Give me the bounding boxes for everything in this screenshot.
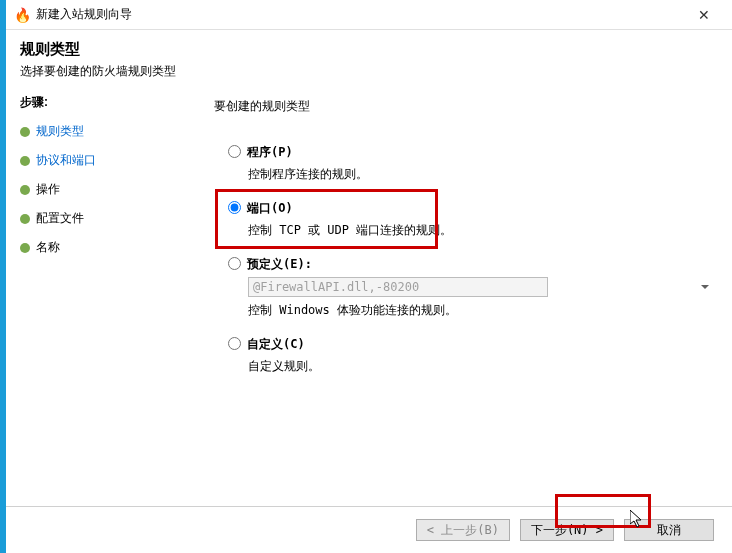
radio-label-port: 端口(O) <box>247 201 293 215</box>
radio-predefined[interactable] <box>228 257 241 270</box>
rule-type-radio-group: 程序(P) 控制程序连接的规则。 端口(O) 控制 TCP 或 UDP 端口连接… <box>228 143 712 375</box>
titlebar: 🔥 新建入站规则向导 ✕ <box>6 0 732 30</box>
wizard-header: 规则类型 选择要创建的防火墙规则类型 <box>6 30 732 86</box>
radio-label-program: 程序(P) <box>247 145 293 159</box>
window-title: 新建入站规则向导 <box>36 6 684 23</box>
chevron-down-icon <box>701 285 709 289</box>
step-label: 操作 <box>36 181 60 198</box>
step-label: 名称 <box>36 239 60 256</box>
wizard-body: 步骤: 规则类型 协议和端口 操作 配置文件 名称 要创 <box>6 86 732 506</box>
desc-port: 控制 TCP 或 UDP 端口连接的规则。 <box>248 221 712 239</box>
wizard-window: 🔥 新建入站规则向导 ✕ 规则类型 选择要创建的防火墙规则类型 步骤: 规则类型… <box>6 0 732 553</box>
step-name[interactable]: 名称 <box>20 233 182 262</box>
page-title: 规则类型 <box>20 40 718 59</box>
step-bullet-icon <box>20 127 30 137</box>
step-bullet-icon <box>20 243 30 253</box>
wizard-content: 要创建的规则类型 程序(P) 控制程序连接的规则。 端口(O) 控制 TCP 或… <box>190 94 732 506</box>
step-profile[interactable]: 配置文件 <box>20 204 182 233</box>
option-predefined: 预定义(E): @FirewallAPI.dll,-80200 控制 Windo… <box>228 255 712 319</box>
radio-label-custom: 自定义(C) <box>247 337 305 351</box>
content-heading: 要创建的规则类型 <box>214 98 712 115</box>
wizard-footer: < 上一步(B) 下一步(N) > 取消 <box>6 506 732 553</box>
wizard-sidebar: 步骤: 规则类型 协议和端口 操作 配置文件 名称 <box>20 94 190 506</box>
desc-custom: 自定义规则。 <box>248 357 712 375</box>
next-button[interactable]: 下一步(N) > <box>520 519 614 541</box>
option-port: 端口(O) 控制 TCP 或 UDP 端口连接的规则。 <box>228 199 712 239</box>
desc-program: 控制程序连接的规则。 <box>248 165 712 183</box>
step-bullet-icon <box>20 156 30 166</box>
close-button[interactable]: ✕ <box>684 3 724 27</box>
cancel-button[interactable]: 取消 <box>624 519 714 541</box>
step-label: 协议和端口 <box>36 152 96 169</box>
step-bullet-icon <box>20 185 30 195</box>
firewall-icon: 🔥 <box>14 7 30 23</box>
radio-port[interactable] <box>228 201 241 214</box>
step-action[interactable]: 操作 <box>20 175 182 204</box>
predefined-dropdown: @FirewallAPI.dll,-80200 <box>248 277 548 297</box>
option-custom: 自定义(C) 自定义规则。 <box>228 335 712 375</box>
option-program: 程序(P) 控制程序连接的规则。 <box>228 143 712 183</box>
steps-label: 步骤: <box>20 94 182 111</box>
radio-custom[interactable] <box>228 337 241 350</box>
page-subtitle: 选择要创建的防火墙规则类型 <box>20 63 718 80</box>
desc-predefined: 控制 Windows 体验功能连接的规则。 <box>248 301 712 319</box>
radio-program[interactable] <box>228 145 241 158</box>
step-rule-type[interactable]: 规则类型 <box>20 117 182 146</box>
back-button: < 上一步(B) <box>416 519 510 541</box>
step-protocol-port[interactable]: 协议和端口 <box>20 146 182 175</box>
step-label: 规则类型 <box>36 123 84 140</box>
step-bullet-icon <box>20 214 30 224</box>
step-label: 配置文件 <box>36 210 84 227</box>
radio-label-predefined: 预定义(E): <box>247 257 312 271</box>
